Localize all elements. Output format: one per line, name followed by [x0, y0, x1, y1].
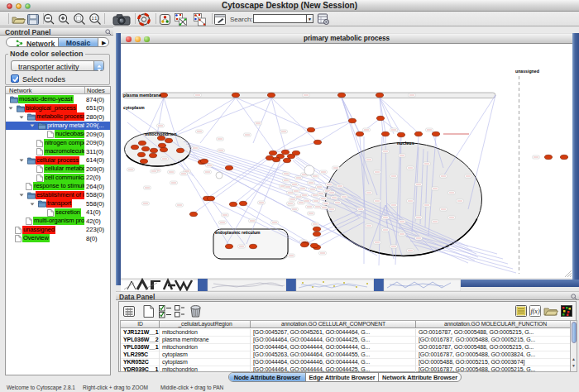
svg-text:f(x): f(x): [530, 308, 539, 315]
svg-text:1:1: 1:1: [92, 17, 98, 21]
svg-text:plasma membrane: plasma membrane: [123, 93, 161, 98]
svg-text:mitochondrion: mitochondrion: [145, 131, 177, 136]
svg-text:cytoplasm: cytoplasm: [123, 105, 145, 110]
svg-text:nucleus: nucleus: [397, 141, 414, 146]
svg-text:unassigned: unassigned: [515, 69, 539, 74]
svg-text:endoplasmic reticulum: endoplasmic reticulum: [215, 230, 261, 235]
